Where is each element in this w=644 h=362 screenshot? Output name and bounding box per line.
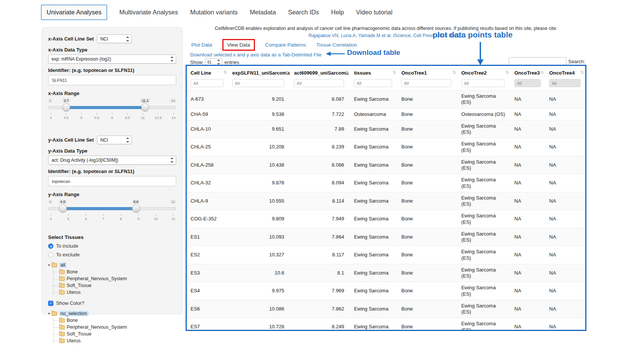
table-row[interactable]: ES310.68.1Ewing SarcomaBoneEwing Sarcoma…: [187, 264, 585, 282]
table-row[interactable]: ES49.9757.969Ewing SarcomaBoneEwing Sarc…: [187, 282, 585, 300]
sort-icon[interactable]: ⇅: [452, 70, 456, 75]
column-header-oncotree2[interactable]: OncoTree2⇅: [458, 66, 511, 79]
tree-node-bone[interactable]: Bone: [53, 318, 176, 323]
citation-text: CellMinerCDB enables exploration and ana…: [186, 25, 586, 32]
caret-down-icon[interactable]: ▾: [48, 263, 50, 267]
folder-icon: [59, 325, 65, 329]
filter-input-cell-line[interactable]: [191, 79, 224, 87]
annotation-table-callout: plot data points table: [433, 30, 513, 39]
table-row[interactable]: CHLA-25810.4388.086Ewing SarcomaBoneEwin…: [187, 156, 585, 174]
subtab-compare-patterns[interactable]: Compare Patterns: [265, 42, 306, 48]
x-cell-line-set-select[interactable]: NCI: [97, 34, 132, 43]
tree-node-label: Uterus: [67, 338, 81, 343]
table-row[interactable]: A-6739.2018.087Ewing SarcomaBoneEwing Sa…: [187, 90, 585, 109]
tree-node-peripheral-nervous-system[interactable]: Peripheral_Nervous_System: [53, 325, 176, 330]
caret-down-icon[interactable]: ▾: [48, 312, 50, 315]
data-points-table: Cell Line⇅expSLFN11_uniSarcoma⇅act609699…: [186, 65, 586, 331]
table-row[interactable]: ES610.0867.862Ewing SarcomaBoneEwing Sar…: [187, 300, 585, 318]
sort-icon[interactable]: ⇅: [506, 70, 509, 75]
y-identifier-input[interactable]: [48, 176, 176, 186]
slider-selected-bar[interactable]: [66, 106, 145, 109]
nav-tab-search-ids[interactable]: Search IDs: [288, 9, 319, 16]
tree-node-no-selection[interactable]: ▾no_selection: [48, 311, 176, 316]
column-header-oncotree3[interactable]: OncoTree3⇅: [511, 66, 546, 79]
table-row[interactable]: COG-E-3529.8097.949Ewing SarcomaBoneEwin…: [187, 210, 585, 228]
cellminercdb-app: Univariate AnalysesMultivariate Analyses…: [0, 0, 644, 362]
y-range-slider[interactable]: 4 11 4.8 8.8 4567891011: [48, 200, 176, 222]
table-row[interactable]: ES710.7288.249Ewing SarcomaBoneEwing Sar…: [187, 318, 585, 331]
table-row[interactable]: CHLA-910.5558.114Ewing SarcomaBoneEwing …: [187, 192, 585, 210]
x-data-type-select[interactable]: exp: mRNA Expression (log2): [48, 55, 176, 64]
radio-to-exclude[interactable]: To exclude: [48, 252, 176, 257]
nav-tab-metadata[interactable]: Metadata: [250, 9, 276, 16]
x-identifier-input[interactable]: [48, 75, 176, 85]
settings-sidebar: x-Axis Cell Line Set NCI x-Axis Data Typ…: [42, 27, 183, 314]
show-color-checkbox[interactable]: Show Color?: [48, 300, 176, 306]
x-range-slider[interactable]: 2 14 3.7 11.1 23.556.589.51112.514: [48, 98, 176, 120]
table-row[interactable]: CHA-599.5387.722OsteosarcomaBoneOsteosar…: [187, 108, 585, 120]
y-cell-line-set-select[interactable]: NCI: [97, 136, 132, 144]
sort-icon[interactable]: ⇅: [224, 70, 227, 75]
sort-icon[interactable]: ⇅: [285, 70, 289, 75]
radio-selected-icon: [48, 243, 53, 249]
include-tissue-tree: ▾allBonePeripheral_Nervous_SystemSoft_Ti…: [48, 262, 176, 295]
x-cell-line-set-label: x-Axis Cell Line Set: [48, 36, 94, 42]
filter-input-act609699-unisarcoma[interactable]: [294, 79, 344, 87]
filter-input-oncotree4[interactable]: [549, 79, 580, 87]
tree-node-soft-tissue[interactable]: Soft_Tissue: [53, 283, 176, 288]
nav-tab-multivariate-analyses[interactable]: Multivariate Analyses: [119, 9, 178, 16]
subtab-view-data[interactable]: View Data: [222, 39, 255, 51]
filter-input-oncotree2[interactable]: [461, 79, 505, 87]
table-row[interactable]: CHLA-329.8768.094Ewing SarcomaBoneEwing …: [187, 174, 585, 192]
folder-icon: [59, 332, 65, 336]
y-range-label: y-Axis Range: [48, 192, 176, 197]
tree-node-soft-tissue[interactable]: Soft_Tissue: [53, 331, 176, 337]
slider-max-label: 14: [170, 98, 176, 103]
select-arrows-icon: [125, 137, 130, 143]
subtab-tissue-correlation[interactable]: Tissue Correlation: [316, 42, 357, 48]
tree-node-peripheral-nervous-system[interactable]: Peripheral_Nervous_System: [53, 276, 176, 281]
sort-icon[interactable]: ⇅: [580, 70, 584, 75]
nav-tab-help[interactable]: Help: [331, 9, 344, 16]
slider-handle-from[interactable]: [59, 204, 67, 212]
filter-input-oncotree3[interactable]: [514, 79, 541, 87]
show-color-label: Show Color?: [56, 300, 84, 306]
tree-node-bone[interactable]: Bone: [53, 269, 176, 275]
column-header-tissues[interactable]: tissues⇅: [350, 66, 397, 79]
table-row[interactable]: ES110.0937.864Ewing SarcomaBoneEwing Sar…: [187, 228, 585, 246]
nav-tab-video-tutorial[interactable]: Video tutorial: [356, 9, 392, 16]
filter-input-tissues[interactable]: [354, 79, 392, 87]
select-arrows-icon: [170, 157, 175, 163]
filter-input-expslfn11-unisarcoma[interactable]: [232, 79, 284, 87]
filter-input-oncotree1[interactable]: [401, 79, 451, 87]
tree-node-uterus[interactable]: Uterus: [53, 290, 176, 295]
slider-selected-bar[interactable]: [63, 207, 136, 210]
sort-icon[interactable]: ⇅: [541, 70, 544, 75]
nav-tab-mutation-variants[interactable]: Mutation variants: [190, 9, 238, 16]
column-header-act609699-unisarcoma[interactable]: act609699_uniSarcoma⇅: [290, 66, 350, 79]
sort-icon[interactable]: ⇅: [345, 70, 349, 75]
column-header-oncotree4[interactable]: OncoTree4⇅: [546, 66, 585, 79]
column-header-cell-line[interactable]: Cell Line⇅: [187, 66, 228, 79]
subtab-plot-data[interactable]: Plot Data: [191, 42, 212, 48]
radio-to-include[interactable]: To include: [48, 243, 176, 249]
slider-handle-to[interactable]: [132, 204, 140, 212]
slider-handle-from[interactable]: [62, 103, 70, 111]
sort-icon[interactable]: ⇅: [392, 70, 396, 75]
table-row[interactable]: CHLA-2510.2088.239Ewing SarcomaBoneEwing…: [187, 138, 585, 156]
column-header-expslfn11-unisarcoma[interactable]: expSLFN11_uniSarcoma⇅: [228, 66, 290, 79]
checkbox-checked-icon: [48, 301, 53, 306]
x-identifier-label: Identifier: (e.g. topotecan or SLFN11): [48, 67, 176, 73]
y-data-type-select[interactable]: act: Drug Activity (-log10[IC50M]): [48, 156, 176, 165]
tree-node-uterus[interactable]: Uterus: [53, 338, 176, 343]
table-row[interactable]: ES210.3278.117Ewing SarcomaBoneEwing Sar…: [187, 246, 585, 264]
nav-tab-univariate-analyses[interactable]: Univariate Analyses: [41, 5, 107, 20]
table-row[interactable]: CHLA-109.6517.89Ewing SarcomaBoneEwing S…: [187, 120, 585, 138]
download-link[interactable]: Download selected x and y axis data as a…: [190, 52, 322, 58]
column-header-oncotree1[interactable]: OncoTree1⇅: [397, 66, 457, 79]
slider-handle-to[interactable]: [141, 103, 149, 111]
tree-node-all[interactable]: ▾all: [48, 262, 176, 268]
radio-to-exclude-label: To exclude: [56, 252, 80, 257]
slider-from-label: 4.8: [59, 200, 66, 204]
main-nav-tabs: Univariate AnalysesMultivariate Analyses…: [41, 5, 392, 20]
